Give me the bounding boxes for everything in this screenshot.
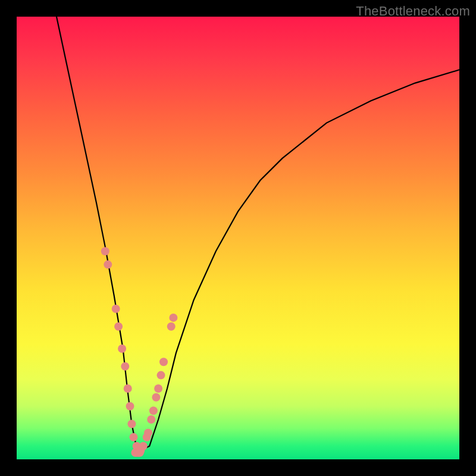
data-marker xyxy=(101,247,109,255)
data-marker xyxy=(124,384,132,393)
data-marker xyxy=(104,261,112,269)
data-marker xyxy=(127,420,136,428)
scatter-markers xyxy=(101,247,178,457)
watermark-text: TheBottleneck.com xyxy=(356,4,470,19)
data-marker xyxy=(152,393,160,402)
data-marker xyxy=(121,362,129,371)
data-marker xyxy=(167,322,176,331)
chart-frame: TheBottleneck.com xyxy=(0,0,476,476)
data-marker xyxy=(157,371,165,380)
data-marker xyxy=(144,428,152,437)
data-marker xyxy=(159,358,168,366)
plot-gradient-area xyxy=(17,17,459,459)
data-marker xyxy=(112,305,120,313)
data-marker xyxy=(114,322,123,331)
bottleneck-curve xyxy=(57,17,459,450)
data-marker xyxy=(118,345,126,353)
data-marker xyxy=(154,384,162,393)
data-marker xyxy=(136,449,144,457)
data-marker xyxy=(149,406,158,415)
chart-svg xyxy=(17,17,459,459)
data-marker xyxy=(169,314,177,322)
data-marker xyxy=(126,402,134,411)
data-marker xyxy=(147,415,155,424)
data-marker xyxy=(129,433,137,441)
